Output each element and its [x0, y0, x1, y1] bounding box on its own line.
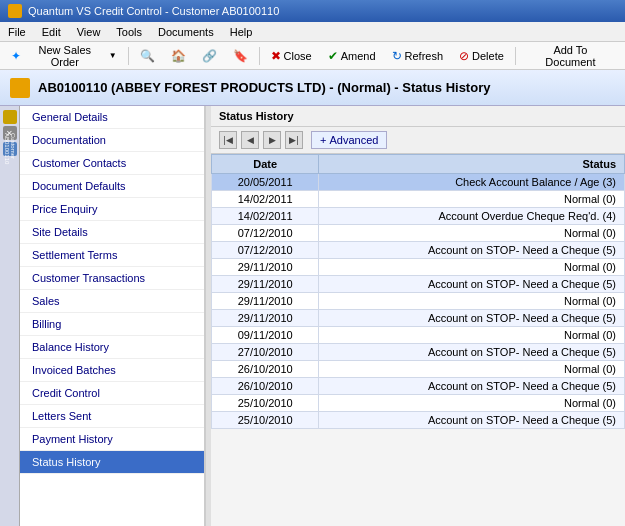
menu-tools[interactable]: Tools — [112, 25, 146, 39]
cell-date: 26/10/2010 — [212, 378, 319, 395]
menu-help[interactable]: Help — [226, 25, 257, 39]
add-to-document-button[interactable]: Add To Document — [520, 41, 621, 71]
nav-item-general-details[interactable]: General Details — [20, 106, 204, 129]
sidebar-icon-3[interactable]: Customer AB0100110 — [3, 142, 17, 156]
title-bar-text: Quantum VS Credit Control - Customer AB0… — [28, 5, 279, 17]
last-record-button[interactable]: ▶| — [285, 131, 303, 149]
table-row[interactable]: 14/02/2011 Normal (0) — [212, 191, 625, 208]
cell-status: Account on STOP- Need a Cheque (5) — [319, 242, 625, 259]
nav-panel: General Details Documentation Customer C… — [20, 106, 205, 526]
new-sales-order-button[interactable]: ✦ New Sales Order ▼ — [4, 41, 124, 71]
cell-status: Normal (0) — [319, 259, 625, 276]
page-header: AB0100110 (ABBEY FOREST PRODUCTS LTD) - … — [0, 70, 625, 106]
cell-status: Normal (0) — [319, 191, 625, 208]
col-date: Date — [212, 155, 319, 174]
cell-status: Normal (0) — [319, 225, 625, 242]
content-header: Status History — [211, 106, 625, 127]
nav-item-settlement-terms[interactable]: Settlement Terms — [20, 244, 204, 267]
table-row[interactable]: 29/11/2010 Normal (0) — [212, 259, 625, 276]
cell-status: Normal (0) — [319, 327, 625, 344]
cell-date: 26/10/2010 — [212, 361, 319, 378]
refresh-icon: ↻ — [392, 49, 402, 63]
col-status: Status — [319, 155, 625, 174]
advanced-button[interactable]: + Advanced — [311, 131, 387, 149]
menu-documents[interactable]: Documents — [154, 25, 218, 39]
cell-status: Normal (0) — [319, 395, 625, 412]
nav-item-billing[interactable]: Billing — [20, 313, 204, 336]
prev-record-button[interactable]: ◀ — [241, 131, 259, 149]
customer-icon — [10, 78, 30, 98]
menu-view[interactable]: View — [73, 25, 105, 39]
nav-item-price-enquiry[interactable]: Price Enquiry — [20, 198, 204, 221]
sidebar-icon-1[interactable] — [3, 110, 17, 124]
table-row[interactable]: 07/12/2010 Normal (0) — [212, 225, 625, 242]
toolbar: ✦ New Sales Order ▼ 🔍 🏠 🔗 🔖 ✖ Close ✔ Am… — [0, 42, 625, 70]
table-row[interactable]: 29/11/2010 Normal (0) — [212, 293, 625, 310]
link-icon: 🔗 — [202, 49, 217, 63]
cell-status: Normal (0) — [319, 293, 625, 310]
status-history-table: Date Status 20/05/2011 Check Account Bal… — [211, 154, 625, 526]
nav-item-document-defaults[interactable]: Document Defaults — [20, 175, 204, 198]
table-row[interactable]: 07/12/2010 Account on STOP- Need a Chequ… — [212, 242, 625, 259]
page-title: AB0100110 (ABBEY FOREST PRODUCTS LTD) - … — [38, 80, 490, 95]
cell-date: 07/12/2010 — [212, 242, 319, 259]
table-row[interactable]: 25/10/2010 Normal (0) — [212, 395, 625, 412]
cell-status: Account on STOP- Need a Cheque (5) — [319, 276, 625, 293]
cell-status: Account Overdue Cheque Req'd. (4) — [319, 208, 625, 225]
table-row[interactable]: 09/11/2010 Normal (0) — [212, 327, 625, 344]
home-icon: 🏠 — [171, 49, 186, 63]
first-record-button[interactable]: |◀ — [219, 131, 237, 149]
cell-status: Check Account Balance / Age (3) — [319, 174, 625, 191]
link-button[interactable]: 🔗 — [195, 46, 224, 66]
nav-item-balance-history[interactable]: Balance History — [20, 336, 204, 359]
cell-status: Normal (0) — [319, 361, 625, 378]
delete-button[interactable]: ⊘ Delete — [452, 46, 511, 66]
nav-item-status-history[interactable]: Status History — [20, 451, 204, 474]
cell-date: 25/10/2010 — [212, 412, 319, 429]
nav-item-credit-control[interactable]: Credit Control — [20, 382, 204, 405]
sidebar-strip: ✕ Customer AB0100110 — [0, 106, 20, 526]
nav-item-payment-history[interactable]: Payment History — [20, 428, 204, 451]
menu-file[interactable]: File — [4, 25, 30, 39]
toolbar-separator-3 — [515, 47, 516, 65]
amend-icon: ✔ — [328, 49, 338, 63]
search-button[interactable]: 🔍 — [133, 46, 162, 66]
table-row[interactable]: 27/10/2010 Account on STOP- Need a Chequ… — [212, 344, 625, 361]
nav-item-sales[interactable]: Sales — [20, 290, 204, 313]
main-layout: ✕ Customer AB0100110 General Details Doc… — [0, 106, 625, 526]
cell-date: 29/11/2010 — [212, 276, 319, 293]
cell-date: 14/02/2011 — [212, 208, 319, 225]
new-icon: ✦ — [11, 49, 21, 63]
nav-item-letters-sent[interactable]: Letters Sent — [20, 405, 204, 428]
refresh-button[interactable]: ↻ Refresh — [385, 46, 451, 66]
history-toolbar: |◀ ◀ ▶ ▶| + Advanced — [211, 127, 625, 154]
nav-item-documentation[interactable]: Documentation — [20, 129, 204, 152]
table-row[interactable]: 20/05/2011 Check Account Balance / Age (… — [212, 174, 625, 191]
cell-status: Account on STOP- Need a Cheque (5) — [319, 310, 625, 327]
close-button[interactable]: ✖ Close — [264, 46, 319, 66]
nav-item-site-details[interactable]: Site Details — [20, 221, 204, 244]
bookmark-button[interactable]: 🔖 — [226, 46, 255, 66]
table-row[interactable]: 25/10/2010 Account on STOP- Need a Chequ… — [212, 412, 625, 429]
cell-date: 25/10/2010 — [212, 395, 319, 412]
nav-item-customer-transactions[interactable]: Customer Transactions — [20, 267, 204, 290]
table-row[interactable]: 14/02/2011 Account Overdue Cheque Req'd.… — [212, 208, 625, 225]
next-record-button[interactable]: ▶ — [263, 131, 281, 149]
bookmark-icon: 🔖 — [233, 49, 248, 63]
table-row[interactable]: 26/10/2010 Normal (0) — [212, 361, 625, 378]
cell-status: Account on STOP- Need a Cheque (5) — [319, 344, 625, 361]
home-button[interactable]: 🏠 — [164, 46, 193, 66]
nav-item-customer-contacts[interactable]: Customer Contacts — [20, 152, 204, 175]
table-row[interactable]: 29/11/2010 Account on STOP- Need a Chequ… — [212, 310, 625, 327]
amend-button[interactable]: ✔ Amend — [321, 46, 383, 66]
cell-date: 29/11/2010 — [212, 259, 319, 276]
cell-date: 07/12/2010 — [212, 225, 319, 242]
cell-status: Account on STOP- Need a Cheque (5) — [319, 412, 625, 429]
menu-bar: File Edit View Tools Documents Help — [0, 22, 625, 42]
content-area: Status History |◀ ◀ ▶ ▶| + Advanced Date… — [211, 106, 625, 526]
menu-edit[interactable]: Edit — [38, 25, 65, 39]
nav-item-invoiced-batches[interactable]: Invoiced Batches — [20, 359, 204, 382]
table-row[interactable]: 29/11/2010 Account on STOP- Need a Chequ… — [212, 276, 625, 293]
close-icon: ✖ — [271, 49, 281, 63]
table-row[interactable]: 26/10/2010 Account on STOP- Need a Chequ… — [212, 378, 625, 395]
